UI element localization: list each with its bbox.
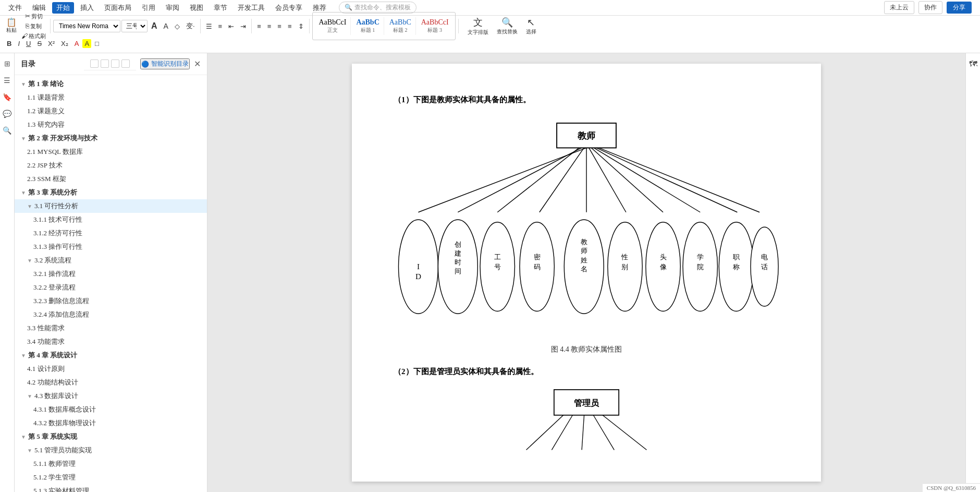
map-icon[interactable]: 🗺 bbox=[967, 57, 979, 71]
toc-item-ch2[interactable]: ▼ 第 2 章 开发环境与技术 bbox=[15, 131, 207, 145]
toc-item-3-2-1[interactable]: 3.2.1 操作流程 bbox=[15, 267, 207, 281]
align-left-button[interactable]: ≡ bbox=[254, 21, 264, 31]
toc-item-4-3-2[interactable]: 4.3.2 数据库物理设计 bbox=[15, 416, 207, 430]
toc-item-3-1-1[interactable]: 3.1.1 技术可行性 bbox=[15, 213, 207, 226]
toc-checkbox-3[interactable] bbox=[111, 59, 119, 68]
highlight-button[interactable]: A bbox=[82, 39, 91, 48]
sidebar-icon-nav[interactable]: ☰ bbox=[1, 74, 14, 87]
share-button[interactable]: 分享 bbox=[947, 2, 972, 14]
style-normal[interactable]: AaBbCcI 正文 bbox=[315, 17, 351, 35]
toc-checkbox-2[interactable] bbox=[101, 59, 109, 68]
font-color-button[interactable]: A bbox=[72, 39, 82, 49]
select-button[interactable]: ↖ 选择 bbox=[524, 16, 538, 37]
menu-reference[interactable]: 引用 bbox=[138, 2, 160, 14]
underline-button[interactable]: U bbox=[23, 39, 33, 49]
indent-decrease-button[interactable]: ⇤ bbox=[226, 21, 237, 31]
toc-close-button[interactable]: ✕ bbox=[194, 59, 201, 69]
toc-item-3-1-3[interactable]: 3.1.3 操作可行性 bbox=[15, 240, 207, 254]
superscript-button[interactable]: X² bbox=[45, 39, 57, 49]
doc-area[interactable]: （1）下图是教师实体和其具备的属性。 教师 bbox=[207, 53, 965, 492]
bold-button[interactable]: B bbox=[4, 39, 14, 49]
toc-item-ch5[interactable]: ▼ 第 5 章 系统实现 bbox=[15, 430, 207, 443]
clear-format-button[interactable]: ◇ bbox=[172, 21, 182, 31]
toc-checkbox-1[interactable] bbox=[90, 59, 99, 68]
svg-line-7 bbox=[589, 148, 626, 212]
toc-item-3-2-4[interactable]: 3.2.4 添加信息流程 bbox=[15, 308, 207, 321]
menu-dev-tools[interactable]: 开发工具 bbox=[234, 2, 269, 14]
expand-icon-ch3: ▼ bbox=[21, 190, 26, 196]
font-family-selector[interactable]: Times New Roma bbox=[53, 20, 120, 32]
change-case-button[interactable]: 变· bbox=[183, 20, 198, 32]
toc-item-4-2[interactable]: 4.2 功能结构设计 bbox=[15, 376, 207, 389]
toc-item-3-2-3[interactable]: 3.2.3 删除信息流程 bbox=[15, 294, 207, 308]
toc-item-3-1[interactable]: ▼ 3.1 可行性分析 bbox=[15, 199, 207, 213]
toc-item-3-2-2[interactable]: 3.2.2 登录流程 bbox=[15, 281, 207, 294]
toc-smart-button[interactable]: 🔵 智能识别目录 bbox=[140, 58, 190, 69]
copy-button[interactable]: ⎘ 复制 bbox=[20, 21, 47, 31]
increase-font-button[interactable]: A bbox=[149, 20, 160, 32]
toc-item-5-1-2[interactable]: 5.1.2 学生管理 bbox=[15, 471, 207, 484]
border-button[interactable]: □ bbox=[92, 39, 102, 49]
menu-start[interactable]: 开始 bbox=[52, 2, 74, 14]
separator3 bbox=[251, 19, 252, 33]
subscript-button[interactable]: X₂ bbox=[58, 39, 71, 49]
style-h1[interactable]: AaBbC 标题 1 bbox=[352, 17, 384, 35]
line-spacing-button[interactable]: ⇕ bbox=[296, 21, 307, 31]
strikethrough-button[interactable]: S bbox=[34, 39, 44, 49]
toc-item-2-1[interactable]: 2.1 MYSQL 数据库 bbox=[15, 145, 207, 159]
sidebar-icon-home[interactable]: ⊞ bbox=[1, 57, 14, 70]
decrease-font-button[interactable]: A bbox=[161, 21, 171, 31]
toc-item-2-2[interactable]: 2.2 JSP 技术 bbox=[15, 159, 207, 172]
align-right-button[interactable]: ≡ bbox=[275, 21, 284, 31]
italic-button[interactable]: I bbox=[15, 39, 22, 49]
sidebar-icon-search[interactable]: 🔍 bbox=[1, 124, 14, 137]
find-replace-button[interactable]: 🔍 查找替换 bbox=[495, 16, 520, 37]
separator1 bbox=[50, 19, 51, 33]
toc-item-4-1[interactable]: 4.1 设计原则 bbox=[15, 362, 207, 376]
toc-item-5-1[interactable]: ▼ 5.1 管理员功能实现 bbox=[15, 443, 207, 457]
upload-button[interactable]: 未上云 bbox=[884, 1, 914, 14]
expand-icon-ch1: ▼ bbox=[21, 81, 26, 87]
toc-title: 目录 bbox=[21, 59, 35, 69]
toc-item-5-1-3[interactable]: 5.1.3 实验材料管理 bbox=[15, 484, 207, 492]
style-h3[interactable]: AaBbCcI 标题 3 bbox=[417, 17, 453, 35]
font-size-selector[interactable]: 三号 四号 小四 bbox=[121, 20, 148, 32]
menu-view[interactable]: 视图 bbox=[186, 2, 207, 14]
toc-checkbox-4[interactable] bbox=[121, 59, 130, 68]
style-h2[interactable]: AaBbC 标题 2 bbox=[385, 17, 416, 35]
indent-increase-button[interactable]: ⇥ bbox=[238, 21, 249, 31]
toc-item-3-3[interactable]: 3.3 性能需求 bbox=[15, 321, 207, 335]
toc-item-4-3[interactable]: ▼ 4.3 数据库设计 bbox=[15, 389, 207, 403]
toc-item-1-1[interactable]: 1.1 课题背景 bbox=[15, 91, 207, 104]
toc-item-3-2[interactable]: ▼ 3.2 系统流程 bbox=[15, 254, 207, 267]
cut-button[interactable]: ✂ 剪切 bbox=[20, 11, 47, 21]
menu-chapter[interactable]: 章节 bbox=[210, 2, 231, 14]
list-unordered-button[interactable]: ☰ bbox=[203, 21, 215, 31]
toc-item-5-1-1[interactable]: 5.1.1 教师管理 bbox=[15, 457, 207, 471]
align-justify-button[interactable]: ≡ bbox=[285, 21, 295, 31]
toc-item-1-3[interactable]: 1.3 研究内容 bbox=[15, 118, 207, 131]
toc-item-2-3[interactable]: 2.3 SSM 框架 bbox=[15, 172, 207, 186]
sidebar-icon-bookmark[interactable]: 🔖 bbox=[1, 91, 14, 103]
toc-item-3-4[interactable]: 3.4 功能需求 bbox=[15, 335, 207, 349]
menu-page-layout[interactable]: 页面布局 bbox=[100, 2, 136, 14]
toc-item-1-2[interactable]: 1.2 课题意义 bbox=[15, 104, 207, 118]
menu-insert[interactable]: 插入 bbox=[76, 2, 98, 14]
list-ordered-button[interactable]: ≡ bbox=[216, 21, 225, 31]
text-layout-button[interactable]: 文 文字排版 bbox=[466, 15, 491, 37]
svg-text:工: 工 bbox=[494, 253, 501, 261]
menu-review[interactable]: 审阅 bbox=[162, 2, 183, 14]
toc-item-4-3-1[interactable]: 4.3.1 数据库概念设计 bbox=[15, 403, 207, 416]
svg-line-8 bbox=[591, 148, 663, 212]
expand-icon-5-1: ▼ bbox=[27, 448, 32, 453]
toc-item-ch3[interactable]: ▼ 第 3 章 系统分析 bbox=[15, 186, 207, 199]
sidebar-icon-review[interactable]: 💬 bbox=[1, 107, 14, 120]
toc-item-ch1[interactable]: ▼ 第 1 章 绪论 bbox=[15, 77, 207, 91]
align-center-button[interactable]: ≡ bbox=[265, 21, 274, 31]
paste-button[interactable]: 📋 粘贴 bbox=[4, 17, 19, 35]
collab-button[interactable]: 协作 bbox=[918, 1, 942, 14]
toc-item-ch4[interactable]: ▼ 第 4 章 系统设计 bbox=[15, 349, 207, 362]
search-icon: 🔍 bbox=[345, 4, 352, 11]
menu-vip[interactable]: 会员专享 bbox=[271, 2, 307, 14]
toc-item-3-1-2[interactable]: 3.1.2 经济可行性 bbox=[15, 226, 207, 240]
